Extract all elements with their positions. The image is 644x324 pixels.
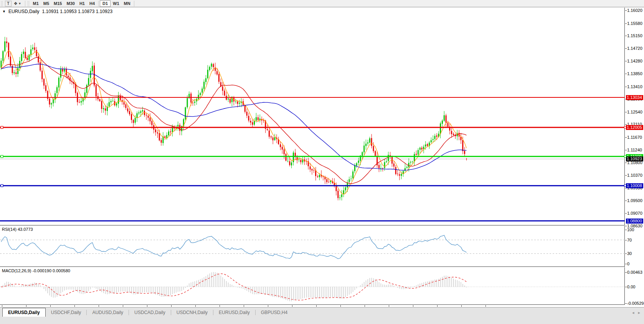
candlestick-chart[interactable] (0, 8, 625, 225)
date-tick (195, 305, 196, 307)
chart-title: ▼ EURUSD,Daily 1.10931 1.10953 1.10873 1… (2, 9, 112, 14)
current-price-label: 1.10923 (626, 156, 643, 161)
price-tick-label: 1.10370 (627, 173, 642, 178)
date-tick (147, 305, 147, 307)
chart-tab-eurusd-daily[interactable]: EURUSD,Daily (213, 308, 255, 317)
level-price-label: 1.13034 (626, 95, 643, 100)
date-tick (340, 305, 341, 307)
date-tick (292, 305, 292, 307)
chart-tab-usdchf-daily[interactable]: USDCHF,Daily (46, 308, 87, 317)
chart-tab-gbpusd-h4[interactable]: GBPUSD,H4 (256, 308, 293, 317)
date-tick (123, 305, 123, 307)
toolbar-separator (25, 1, 25, 7)
date-tick (389, 305, 389, 307)
axis-tick (625, 23, 627, 24)
rsi-tick-label: 0 (627, 262, 629, 266)
price-axis[interactable]: 1.160201.155801.151501.147201.142801.138… (625, 8, 644, 305)
timeframe-button-m30[interactable]: M30 (64, 0, 77, 7)
chart-tab-audusd-daily[interactable]: AUDUSD,Daily (87, 308, 129, 317)
chart-window: ▼ EURUSD,Daily 1.10931 1.10953 1.10873 1… (0, 7, 644, 314)
price-tick-label: 1.13850 (627, 71, 642, 76)
axis-tick (625, 201, 627, 201)
price-tick-label: 1.12540 (627, 110, 642, 114)
toolbar-grip[interactable] (27, 1, 30, 6)
price-tick-label: 1.11670 (627, 135, 642, 140)
axis-tick (625, 112, 627, 112)
macd-tick-label: 0.00463 (627, 270, 642, 275)
rsi-line-chart[interactable] (0, 226, 625, 267)
macd-histogram-chart[interactable] (0, 267, 625, 305)
date-tick (268, 305, 268, 307)
timeframe-button-mn[interactable]: MN (122, 0, 133, 7)
price-tick-label: 1.14280 (627, 59, 642, 63)
toolbar-separator (134, 1, 134, 7)
tab-scroll-left-icon[interactable]: ◂ (632, 310, 634, 315)
level-price-label: 1.08800 (626, 219, 643, 224)
level-marker[interactable] (624, 155, 626, 158)
axis-tick (625, 87, 627, 87)
price-chart-pane[interactable] (0, 8, 625, 225)
date-tick (74, 305, 75, 307)
level-marker[interactable] (624, 126, 626, 128)
axis-tick (625, 48, 627, 49)
chart-tab-usdcad-daily[interactable]: USDCAD,Daily (129, 308, 171, 317)
rsi-indicator-pane[interactable]: RSI(14) 43.0773 (0, 226, 625, 267)
cursor-tool-icon: ❖ (14, 1, 18, 6)
price-tick-label: 1.13410 (627, 84, 642, 89)
cursor-tool-button[interactable]: ❖ ▼ (12, 0, 24, 7)
timeframe-button-w1[interactable]: W1 (111, 0, 122, 7)
chart-symbol-label: EURUSD,Daily (8, 9, 40, 14)
chart-ohlc-values: 1.10931 1.10953 1.10873 1.10923 (42, 9, 113, 14)
timeframe-button-h4[interactable]: H4 (87, 0, 97, 7)
chevron-down-icon: ▼ (18, 2, 21, 5)
symbol-dropdown-icon[interactable]: ▼ (2, 10, 6, 13)
timeframe-button-d1[interactable]: D1 (100, 0, 111, 7)
timeframe-button-m1[interactable]: M1 (31, 0, 41, 7)
price-tick-label: 1.15150 (627, 33, 642, 38)
price-tick-label: 1.15580 (627, 21, 642, 26)
toolbar-grip[interactable] (1, 1, 3, 6)
axis-tick (625, 213, 627, 214)
date-tick (244, 305, 244, 307)
date-tick (437, 305, 438, 307)
tab-scroll-right-icon[interactable]: ▸ (638, 310, 640, 315)
axis-tick (625, 226, 627, 226)
macd-indicator-pane[interactable]: MACD(12,26,9) -0.000190 0.000580 (0, 267, 625, 305)
rsi-tick-label: 30 (627, 251, 632, 256)
level-price-label: 1.10008 (626, 183, 643, 188)
price-tick-label: 1.11240 (627, 148, 642, 152)
timeframe-toolbar: T ❖ ▼ M1M5M15M30H1H4D1W1MN (0, 0, 644, 7)
date-tick (2, 305, 2, 307)
date-tick (171, 305, 172, 307)
trading-app-window: T ❖ ▼ M1M5M15M30H1H4D1W1MN ▼ EURUSD,Dail… (0, 0, 644, 324)
date-tick (461, 305, 462, 307)
tab-scroll-controls: ◂ ▸ (632, 310, 640, 315)
rsi-tick-label: 100 (627, 227, 634, 232)
axis-tick (625, 264, 627, 264)
level-marker[interactable] (624, 184, 626, 187)
axis-tick (625, 240, 627, 240)
price-tick-label: 1.14720 (627, 46, 642, 51)
axis-tick (625, 175, 627, 176)
macd-tick-label: 0.00 (627, 285, 635, 289)
timeframe-button-m15[interactable]: M15 (51, 0, 64, 7)
text-tool-button[interactable]: T (5, 1, 12, 7)
date-tick (50, 305, 51, 307)
axis-tick (625, 150, 627, 150)
date-tick (26, 305, 26, 307)
macd-tick-label: -0.00529 (627, 301, 644, 306)
timeframe-button-m5[interactable]: M5 (41, 0, 51, 7)
chart-tab-bar: EURUSD,DailyUSDCHF,DailyAUDUSD,DailyUSDC… (0, 307, 644, 324)
price-tick-label: 1.09500 (627, 198, 642, 203)
axis-tick (625, 230, 627, 230)
rsi-tick-label: 70 (627, 238, 632, 242)
timeframe-button-h1[interactable]: H1 (77, 0, 87, 7)
toolbar-separator (98, 1, 99, 7)
level-price-label: 1.12005 (626, 125, 643, 130)
chart-tab-eurusd-daily[interactable]: EURUSD,Daily (2, 308, 46, 317)
axis-tick (625, 253, 627, 254)
date-tick (365, 305, 365, 307)
date-tick (485, 305, 486, 307)
date-tick (220, 305, 220, 307)
chart-tab-usdcnh-daily[interactable]: USDCNH,Daily (171, 308, 213, 317)
